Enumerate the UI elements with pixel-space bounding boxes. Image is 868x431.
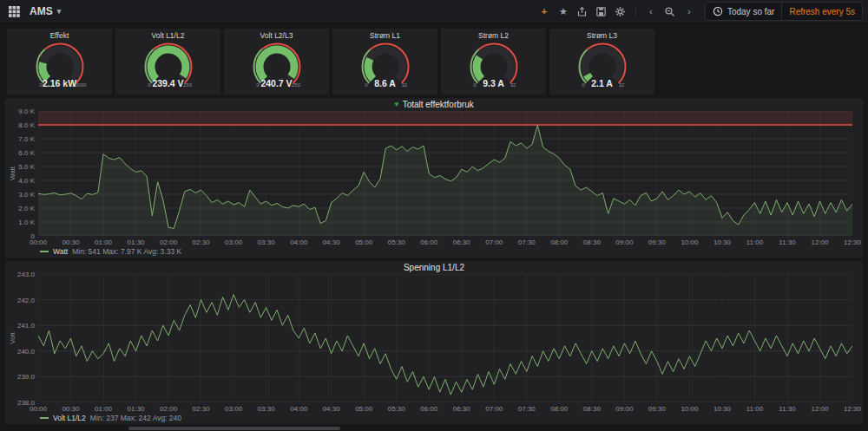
x-tick-label: 01:00 [91, 238, 115, 246]
x-tick-label: 05:00 [352, 405, 376, 413]
x-tick-label: 08:30 [580, 405, 604, 413]
gauge-panel: Volt L1/L20250239.4 V [115, 29, 220, 95]
x-tick-label: 10:00 [677, 405, 701, 413]
x-tick-label: 01:30 [124, 405, 148, 413]
y-tick-label: 239.0 [7, 373, 35, 381]
panel-title[interactable]: ♥Totalt effektforbruk [5, 98, 863, 111]
chart-column: ♥Totalt effektforbruk9.0 K8.0 K7.0 K6.0 … [0, 98, 868, 424]
y-axis-title: Volt [9, 332, 16, 343]
gauge-title[interactable]: Strøm L2 [441, 29, 546, 41]
time-range-button[interactable]: Today so far [706, 3, 781, 20]
x-tick-label: 05:00 [352, 238, 376, 246]
panel-title[interactable]: Spenning L1/L2 [5, 261, 863, 274]
gauge-value: 8.6 A [332, 78, 437, 88]
settings-button[interactable] [612, 3, 629, 20]
gauge-panel: Strøm L10328.6 A [332, 29, 437, 95]
caret-down-icon: ▾ [57, 7, 62, 16]
x-tick-label: 00:30 [59, 405, 83, 413]
x-tick-label: 09:30 [645, 405, 669, 413]
chevron-right-icon: › [687, 6, 691, 16]
x-tick-label: 02:00 [156, 405, 181, 413]
gauge-panel: Strøm L30322.1 A [549, 29, 654, 95]
star-icon: ★ [559, 6, 568, 17]
x-tick-label: 04:30 [319, 405, 344, 413]
chevron-left-icon: ‹ [649, 6, 653, 16]
y-tick-label: 6.0 K [7, 149, 35, 157]
star-button[interactable]: ★ [555, 3, 572, 20]
x-tick-label: 06:00 [417, 405, 441, 413]
gauge-title[interactable]: Effekt [7, 29, 112, 41]
y-tick-label: 241.0 [7, 322, 35, 330]
gauge-title[interactable]: Volt L1/L2 [115, 29, 220, 41]
gauge-value: 2.16 kW [7, 78, 112, 88]
x-tick-label: 11:30 [775, 405, 799, 413]
legend-swatch [40, 417, 49, 419]
x-tick-label: 09:00 [612, 238, 636, 246]
x-tick-label: 00:00 [26, 405, 50, 413]
x-tick-label: 04:30 [319, 238, 344, 246]
x-tick-label: 00:30 [59, 238, 83, 246]
x-tick-label: 03:30 [254, 405, 279, 413]
y-tick-label: 8.0 K [7, 121, 35, 129]
gauge-value: 2.1 A [549, 78, 654, 88]
legend-stats: Min: 237 Max: 242 Avg: 240 [90, 414, 181, 422]
x-tick-label: 10:30 [710, 405, 734, 413]
x-tick-label: 04:00 [286, 238, 311, 246]
time-forward-button[interactable]: › [681, 3, 698, 20]
x-tick-label: 08:00 [547, 405, 571, 413]
x-tick-label: 00:00 [26, 238, 50, 246]
share-icon [576, 6, 588, 17]
share-button[interactable] [574, 3, 591, 20]
x-tick-label: 12:00 [807, 238, 832, 246]
add-panel-button[interactable]: + [536, 3, 553, 20]
alert-ok-icon: ♥ [394, 101, 398, 108]
legend-series-name[interactable]: Watt [53, 247, 68, 256]
x-tick-label: 06:30 [450, 238, 474, 246]
save-button[interactable] [593, 3, 610, 20]
plot-area[interactable] [38, 274, 852, 402]
plus-icon: + [542, 6, 547, 16]
panel-title-text: Spenning L1/L2 [404, 263, 464, 272]
time-back-button[interactable]: ‹ [642, 3, 660, 20]
gauge-title[interactable]: Strøm L1 [332, 29, 437, 41]
y-axis-title: Watt [9, 167, 16, 180]
clock-icon [713, 6, 723, 16]
gauge-value: 239.4 V [115, 78, 220, 88]
y-tick-label: 240.0 [7, 348, 35, 356]
x-tick-label: 06:00 [417, 238, 441, 246]
grid-logo-icon [9, 6, 20, 17]
gauge-panel: Volt L2/L30250240.7 V [224, 29, 329, 95]
series-line [38, 295, 852, 395]
legend-stats: Min: 541 Max: 7.97 K Avg: 3.33 K [72, 247, 181, 256]
save-icon [595, 6, 607, 17]
legend-series-name[interactable]: Volt L1/L2 [53, 414, 86, 422]
panel-title-text: Totalt effektforbruk [403, 100, 474, 109]
x-tick-label: 11:00 [742, 405, 766, 413]
gauge-title[interactable]: Volt L2/L3 [224, 29, 329, 41]
x-tick-label: 02:30 [189, 405, 214, 413]
gauge-title[interactable]: Strøm L3 [549, 29, 654, 41]
x-tick-label: 07:00 [482, 405, 506, 413]
x-tick-label: 12:30 [840, 238, 865, 246]
refresh-button[interactable]: Refresh every 5s [781, 3, 862, 20]
zoom-out-button[interactable] [661, 3, 679, 20]
y-tick-label: 2.0 K [7, 205, 35, 212]
x-tick-label: 08:00 [547, 238, 571, 246]
gauge-panel: Effekt0100002.16 kW [7, 29, 112, 95]
gauge-panel: Strøm L20329.3 A [441, 29, 546, 95]
y-tick-label: 243.0 [7, 271, 35, 278]
horizontal-scrollbar[interactable] [128, 427, 340, 430]
x-tick-label: 03:00 [221, 405, 246, 413]
x-tick-label: 12:30 [840, 405, 865, 413]
power-chart-panel: ♥Totalt effektforbruk9.0 K8.0 K7.0 K6.0 … [5, 98, 863, 258]
y-tick-label: 7.0 K [7, 135, 35, 143]
gear-icon [615, 6, 626, 17]
gauge-row: Effekt0100002.16 kWVolt L1/L20250239.4 V… [7, 29, 861, 95]
grafana-menu-button[interactable] [5, 3, 23, 20]
dashboard-title-button[interactable]: AMS ▾ [23, 3, 68, 19]
x-tick-label: 04:00 [286, 405, 311, 413]
x-tick-label: 10:30 [710, 238, 734, 246]
voltage-chart-panel: Spenning L1/L2243.0242.0241.0240.0239.02… [5, 261, 863, 424]
time-range-label: Today so far [727, 7, 774, 16]
plot-area[interactable] [38, 111, 852, 236]
